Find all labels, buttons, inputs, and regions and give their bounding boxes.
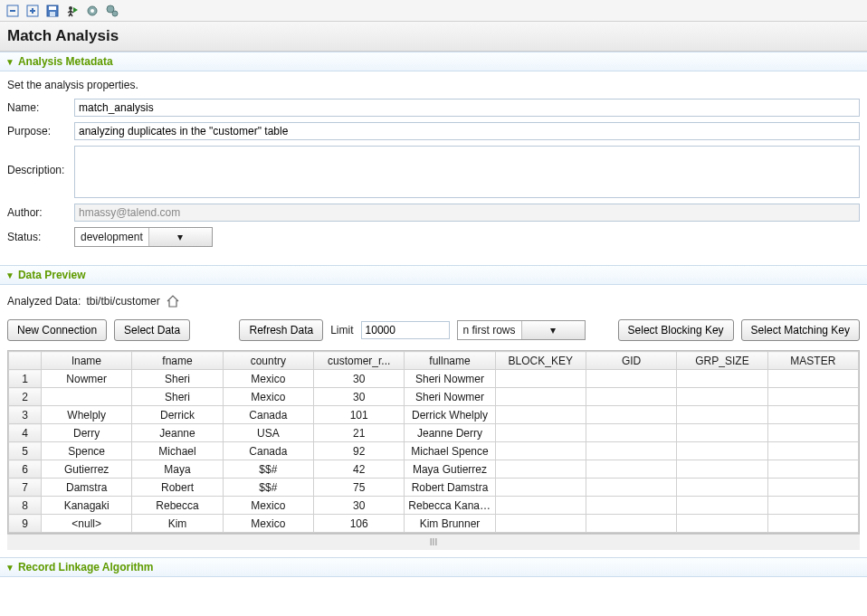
data-cell[interactable] <box>586 424 676 442</box>
data-cell[interactable] <box>495 406 586 424</box>
data-cell[interactable]: Michael <box>132 442 223 460</box>
data-cell[interactable]: Sheri <box>132 388 223 406</box>
data-cell[interactable] <box>586 497 676 515</box>
data-cell[interactable] <box>495 442 586 460</box>
data-cell[interactable]: Mexico <box>223 370 313 388</box>
data-cell[interactable]: Kanagaki <box>42 497 132 515</box>
data-cell[interactable] <box>767 515 858 533</box>
rownum-cell[interactable]: 6 <box>9 460 42 479</box>
section-header-metadata[interactable]: ▼ Analysis Metadata <box>0 52 867 71</box>
data-cell[interactable]: 42 <box>313 460 404 479</box>
data-cell[interactable]: USA <box>223 424 313 442</box>
data-cell[interactable]: Derry <box>42 424 132 442</box>
table-row[interactable]: 8KanagakiRebeccaMexico30Rebecca Kanagaki <box>9 497 859 515</box>
new-connection-button[interactable]: New Connection <box>7 319 107 341</box>
data-cell[interactable]: 30 <box>313 370 404 388</box>
data-cell[interactable] <box>495 497 586 515</box>
col-lname[interactable]: lname <box>42 352 132 370</box>
data-cell[interactable] <box>767 479 858 497</box>
rownum-cell[interactable]: 7 <box>9 479 42 497</box>
data-cell[interactable]: Jeanne Derry <box>405 424 495 442</box>
data-cell[interactable] <box>495 424 586 442</box>
data-cell[interactable]: Rebecca <box>132 497 223 515</box>
col-country[interactable]: country <box>223 352 313 370</box>
refresh-data-button[interactable]: Refresh Data <box>239 319 323 341</box>
select-data-button[interactable]: Select Data <box>114 319 190 341</box>
table-row[interactable]: 7DamstraRobert$$#75Robert Damstra <box>9 479 859 497</box>
horizontal-scrollbar[interactable]: III <box>7 534 860 550</box>
table-row[interactable]: 3WhelplyDerrickCanada101Derrick Whelply <box>9 406 859 424</box>
data-cell[interactable]: Maya <box>132 460 223 479</box>
data-cell[interactable] <box>767 388 858 406</box>
description-input[interactable] <box>74 146 860 198</box>
data-table-container[interactable]: lname fname country customer_r... fullna… <box>7 350 860 534</box>
data-cell[interactable]: Mexico <box>223 388 313 406</box>
save-icon[interactable] <box>45 4 60 18</box>
data-cell[interactable] <box>767 406 858 424</box>
data-cell[interactable]: Jeanne <box>132 424 223 442</box>
data-cell[interactable]: Kim <box>132 515 223 533</box>
table-row[interactable]: 6GutierrezMaya$$#42Maya Gutierrez <box>9 460 859 479</box>
data-cell[interactable]: Spence <box>42 442 132 460</box>
data-cell[interactable] <box>586 479 676 497</box>
data-cell[interactable]: Sheri Nowmer <box>405 370 495 388</box>
data-cell[interactable] <box>586 370 676 388</box>
data-cell[interactable] <box>677 370 767 388</box>
col-fname[interactable]: fname <box>132 352 223 370</box>
select-matching-key-button[interactable]: Select Matching Key <box>741 319 860 341</box>
data-cell[interactable]: 30 <box>313 497 404 515</box>
settings2-icon[interactable] <box>105 4 119 18</box>
select-blocking-key-button[interactable]: Select Blocking Key <box>618 319 734 341</box>
data-cell[interactable] <box>586 388 676 406</box>
data-cell[interactable]: Derrick Whelply <box>405 406 495 424</box>
data-cell[interactable]: Robert Damstra <box>405 479 495 497</box>
data-cell[interactable]: Sheri <box>132 370 223 388</box>
table-row[interactable]: 9<null>KimMexico106Kim Brunner <box>9 515 859 533</box>
data-cell[interactable]: <null> <box>42 515 132 533</box>
home-icon[interactable] <box>166 294 180 308</box>
data-cell[interactable] <box>495 479 586 497</box>
purpose-input[interactable] <box>74 122 860 140</box>
data-cell[interactable]: Rebecca Kanagaki <box>405 497 495 515</box>
data-cell[interactable] <box>586 442 676 460</box>
col-fullname[interactable]: fullname <box>405 352 495 370</box>
data-cell[interactable] <box>495 370 586 388</box>
data-cell[interactable] <box>586 515 676 533</box>
rownum-cell[interactable]: 3 <box>9 406 42 424</box>
data-cell[interactable]: 106 <box>313 515 404 533</box>
settings-icon[interactable] <box>85 4 100 18</box>
run-icon[interactable] <box>65 4 80 18</box>
rows-mode-select[interactable]: n first rows ▾ <box>457 320 586 340</box>
data-cell[interactable] <box>495 515 586 533</box>
data-cell[interactable]: Sheri Nowmer <box>405 388 495 406</box>
data-cell[interactable] <box>495 460 586 479</box>
data-cell[interactable]: 92 <box>313 442 404 460</box>
status-select[interactable]: development ▾ <box>74 227 213 247</box>
data-cell[interactable] <box>767 424 858 442</box>
data-cell[interactable] <box>677 497 767 515</box>
data-cell[interactable]: Whelply <box>42 406 132 424</box>
data-cell[interactable] <box>677 424 767 442</box>
section-header-preview[interactable]: ▼ Data Preview <box>0 265 867 285</box>
data-cell[interactable]: Gutierrez <box>42 460 132 479</box>
expand-icon[interactable] <box>25 4 40 18</box>
data-cell[interactable] <box>767 370 858 388</box>
rownum-cell[interactable]: 5 <box>9 442 42 460</box>
data-cell[interactable] <box>767 497 858 515</box>
data-cell[interactable] <box>677 406 767 424</box>
data-cell[interactable] <box>677 479 767 497</box>
data-cell[interactable]: Canada <box>223 442 313 460</box>
rownum-cell[interactable]: 9 <box>9 515 42 533</box>
data-cell[interactable] <box>495 388 586 406</box>
col-gid[interactable]: GID <box>586 352 676 370</box>
col-customer-r[interactable]: customer_r... <box>313 352 404 370</box>
data-cell[interactable] <box>677 442 767 460</box>
data-cell[interactable]: Nowmer <box>42 370 132 388</box>
data-cell[interactable] <box>677 460 767 479</box>
table-row[interactable]: 1NowmerSheriMexico30Sheri Nowmer <box>9 370 859 388</box>
data-cell[interactable]: Mexico <box>223 497 313 515</box>
data-cell[interactable]: 75 <box>313 479 404 497</box>
data-cell[interactable]: $$# <box>223 479 313 497</box>
table-row[interactable]: 2SheriMexico30Sheri Nowmer <box>9 388 859 406</box>
data-cell[interactable] <box>586 460 676 479</box>
